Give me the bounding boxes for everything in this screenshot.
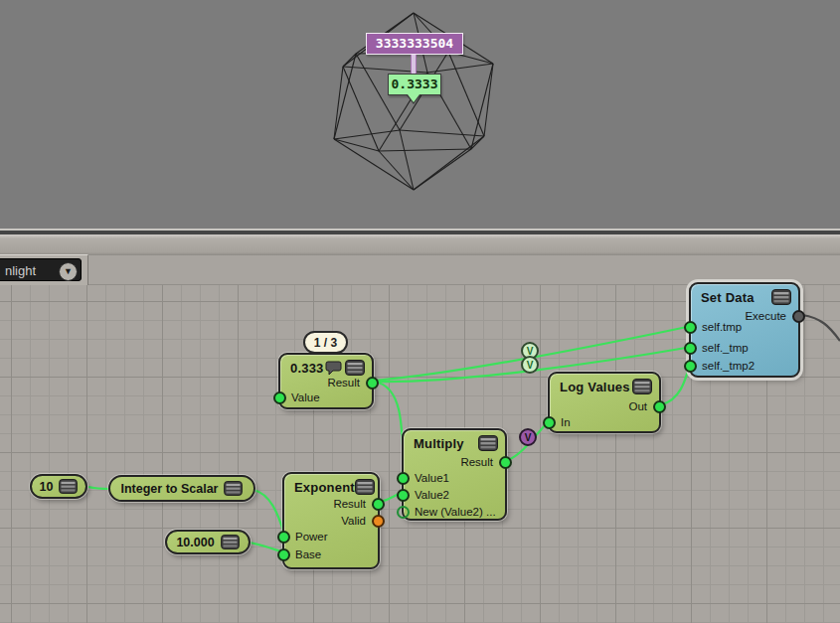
node-menu-icon[interactable] bbox=[221, 535, 240, 549]
node-menu-icon[interactable] bbox=[345, 360, 365, 376]
node-menu-icon[interactable] bbox=[478, 435, 498, 451]
3d-viewport[interactable]: 3333333504 0.3333 bbox=[0, 0, 840, 229]
port-label-result: Result bbox=[333, 497, 366, 511]
node-integer-to-scalar[interactable]: Integer to Scalar bbox=[108, 475, 255, 502]
port-label-in: In bbox=[561, 415, 571, 429]
port-label-selftmp: self.tmp bbox=[702, 320, 742, 334]
node-title: 10.000 bbox=[176, 536, 214, 549]
point-value-label: 0.3333 bbox=[388, 74, 441, 95]
node-integer-10[interactable]: 10 bbox=[30, 474, 87, 499]
node-title: Exponent bbox=[294, 480, 355, 495]
port-in[interactable] bbox=[543, 416, 556, 429]
node-title: Integer to Scalar bbox=[121, 482, 219, 496]
node-title: Multiply bbox=[414, 436, 464, 451]
port-valid[interactable] bbox=[372, 515, 385, 528]
port-base[interactable] bbox=[277, 548, 290, 561]
chevron-down-icon[interactable]: ▼ bbox=[59, 262, 78, 281]
port-value2[interactable] bbox=[397, 489, 410, 502]
port-selftmp[interactable] bbox=[684, 321, 697, 334]
node-menu-icon[interactable] bbox=[771, 289, 791, 305]
port-self_tmp2[interactable] bbox=[684, 360, 697, 373]
display-mode-dropdown[interactable]: nlight ▼ bbox=[0, 258, 82, 281]
show-value-badge-purple[interactable]: V bbox=[519, 428, 537, 446]
application-window: 3333333504 0.3333 nlight ▼ bbox=[0, 0, 840, 623]
port-label-power: Power bbox=[295, 530, 328, 544]
node-multiply[interactable]: Multiply Result Value1 Value2 New (Value… bbox=[402, 428, 507, 521]
point-id-label: 3333333504 bbox=[366, 33, 463, 55]
node-menu-icon[interactable] bbox=[59, 479, 78, 494]
node-value-one-third[interactable]: 0.333 Result Value bbox=[278, 353, 374, 409]
graph-toolbar: nlight ▼ bbox=[0, 255, 840, 285]
port-out[interactable] bbox=[653, 400, 666, 413]
port-new-value2[interactable] bbox=[397, 506, 410, 519]
port-label-self_tmp2: self._tmp2 bbox=[702, 359, 755, 373]
port-label-value2: Value2 bbox=[415, 488, 449, 502]
annotation-bubble[interactable]: 1 / 3 bbox=[303, 331, 348, 354]
port-result[interactable] bbox=[366, 377, 379, 389]
comment-icon[interactable] bbox=[325, 361, 342, 376]
port-value[interactable] bbox=[273, 391, 286, 404]
node-scalar-10[interactable]: 10.000 bbox=[165, 530, 251, 554]
port-value1[interactable] bbox=[397, 472, 410, 485]
port-label-result: Result bbox=[327, 376, 360, 389]
node-log-values[interactable]: Log Values Out In bbox=[548, 372, 661, 433]
port-label-self_tmp: self._tmp bbox=[702, 341, 749, 355]
port-result[interactable] bbox=[499, 456, 512, 469]
show-value-badge[interactable]: V bbox=[521, 356, 539, 374]
node-title: Log Values bbox=[560, 380, 630, 394]
dropdown-value: nlight bbox=[5, 263, 36, 278]
port-power[interactable] bbox=[277, 531, 290, 544]
port-label-value1: Value1 bbox=[415, 471, 449, 485]
port-label-result: Result bbox=[460, 455, 493, 469]
value-label-tail-fill bbox=[408, 94, 420, 102]
port-label-out: Out bbox=[628, 399, 647, 413]
node-title: Set Data bbox=[701, 290, 755, 305]
port-label-base: Base bbox=[295, 547, 321, 561]
port-self_tmp[interactable] bbox=[684, 342, 697, 355]
splitter-bar[interactable] bbox=[0, 234, 840, 255]
port-execute[interactable] bbox=[792, 310, 805, 323]
port-label-valid: Valid bbox=[341, 514, 366, 528]
node-title: 10 bbox=[40, 480, 54, 494]
node-exponent[interactable]: Exponent Result Valid Power Base bbox=[282, 472, 380, 569]
dropdown-frame: nlight ▼ bbox=[0, 254, 88, 286]
node-menu-icon[interactable] bbox=[355, 479, 375, 495]
port-label-value: Value bbox=[291, 390, 320, 404]
port-label-execute: Execute bbox=[745, 309, 786, 323]
label-connector-line bbox=[411, 55, 417, 75]
node-title: 0.333 bbox=[290, 361, 324, 376]
port-result[interactable] bbox=[372, 498, 385, 511]
node-menu-icon[interactable] bbox=[224, 481, 243, 496]
node-menu-icon[interactable] bbox=[632, 379, 652, 394]
node-set-data[interactable]: Set Data Execute self.tmp self._tmp self… bbox=[689, 282, 800, 378]
port-label-new-value2: New (Value2) ... bbox=[415, 505, 496, 519]
